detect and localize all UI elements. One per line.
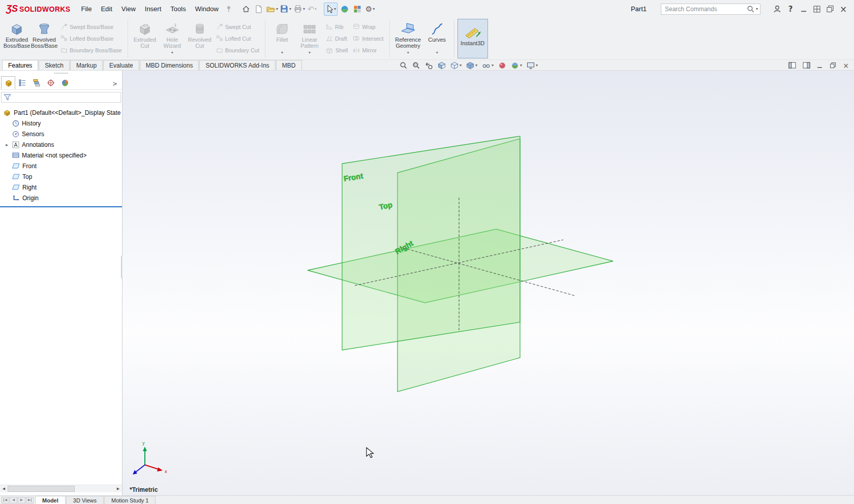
- view-orientation-button[interactable]: ▾: [450, 61, 462, 70]
- search-caret-icon[interactable]: ▾: [756, 7, 760, 11]
- view-settings-button[interactable]: ▾: [527, 61, 538, 70]
- model-tab[interactable]: Model: [35, 496, 66, 504]
- open-button[interactable]: ▾: [266, 3, 278, 16]
- last-tab-button[interactable]: ▶: [26, 497, 34, 503]
- tab-evaluate[interactable]: Evaluate: [103, 60, 139, 70]
- scroll-left-arrow-icon[interactable]: ◀: [0, 485, 8, 492]
- print-caret-icon[interactable]: ▾: [303, 7, 305, 11]
- rib-button[interactable]: Rib: [326, 23, 348, 31]
- linear-pattern-caret-icon[interactable]: ▾: [309, 50, 311, 54]
- hole-wizard-caret-icon[interactable]: ▾: [171, 50, 173, 54]
- open-caret-icon[interactable]: ▾: [276, 7, 278, 11]
- tree-item-annotations[interactable]: ▸ Annotations: [0, 139, 122, 150]
- displaymanager-tab[interactable]: [58, 76, 72, 89]
- menu-insert[interactable]: Insert: [140, 3, 166, 15]
- marketplace-button[interactable]: [352, 3, 363, 16]
- configurationmanager-tab[interactable]: [29, 76, 44, 89]
- tree-item-origin[interactable]: Origin: [0, 193, 122, 203]
- curves-button[interactable]: Curves ▾: [423, 19, 451, 58]
- document-close-icon[interactable]: ×: [843, 61, 849, 70]
- home-button[interactable]: [240, 3, 252, 16]
- fillet-button[interactable]: Fillet ▾: [268, 19, 296, 58]
- menu-file[interactable]: File: [76, 3, 96, 15]
- tree-root-part[interactable]: Part1 (Default<<Default>_Display State: [0, 107, 122, 118]
- swept-boss-base-button[interactable]: Swept Boss/Base: [60, 23, 122, 31]
- lofted-boss-base-button[interactable]: Lofted Boss/Base: [60, 35, 122, 43]
- wrap-button[interactable]: Wrap: [353, 23, 383, 31]
- help-button[interactable]: ?: [784, 3, 797, 16]
- select-tool-caret-icon[interactable]: ▾: [334, 7, 336, 11]
- print-button[interactable]: ▾: [293, 3, 305, 16]
- extruded-boss-base-button[interactable]: Extruded Boss/Base: [3, 19, 30, 58]
- hide-show-items-caret-icon[interactable]: ▾: [492, 64, 494, 68]
- hide-show-items-button[interactable]: ▾: [482, 61, 494, 70]
- expander-icon[interactable]: ▸: [4, 142, 10, 147]
- reference-geometry-button[interactable]: Reference Geometry ▾: [393, 19, 423, 58]
- menu-tools[interactable]: Tools: [166, 3, 190, 15]
- swept-cut-button[interactable]: Swept Cut: [216, 23, 259, 31]
- close-window-button[interactable]: ×: [837, 3, 850, 16]
- minimize-button[interactable]: [797, 3, 810, 16]
- mirror-button[interactable]: Mirror: [353, 46, 383, 54]
- zoom-to-area-button[interactable]: [412, 61, 420, 70]
- 3d-views-tab[interactable]: 3D Views: [66, 496, 104, 504]
- fillet-caret-icon[interactable]: ▾: [281, 50, 283, 54]
- undo-caret-icon[interactable]: ▾: [315, 7, 317, 11]
- document-minimize-icon[interactable]: [817, 62, 823, 69]
- shell-button[interactable]: Shell: [326, 46, 348, 54]
- tree-filter-box[interactable]: [1, 92, 121, 103]
- graphics-viewport[interactable]: Front Top Right y x *Trimetric: [123, 71, 854, 495]
- panel-grip[interactable]: [0, 71, 122, 75]
- reference-geometry-caret-icon[interactable]: ▾: [407, 50, 409, 54]
- boundary-boss-base-button[interactable]: Boundary Boss/Base: [60, 46, 122, 54]
- propertymanager-tab[interactable]: [15, 76, 29, 89]
- scrollbar-thumb[interactable]: [8, 486, 75, 492]
- search-icon[interactable]: [747, 5, 755, 13]
- panel-horizontal-scrollbar[interactable]: ◀ ▶: [0, 485, 122, 492]
- edit-appearance-button[interactable]: [498, 61, 506, 70]
- motion-study-1-tab[interactable]: Motion Study 1: [104, 496, 156, 504]
- intersect-button[interactable]: Intersect: [353, 35, 383, 43]
- 3dexperience-button[interactable]: [339, 3, 350, 16]
- panel-expand-chevron-icon[interactable]: >: [112, 80, 121, 89]
- options-button[interactable]: ⚙ ▾: [364, 3, 376, 16]
- menu-edit[interactable]: Edit: [96, 3, 116, 15]
- previous-tab-button[interactable]: ◀: [10, 497, 17, 503]
- tab-markup[interactable]: Markup: [70, 60, 103, 70]
- boundary-cut-button[interactable]: Boundary Cut: [216, 46, 259, 54]
- pane-left-icon[interactable]: [788, 62, 796, 69]
- dimxpertmanager-tab[interactable]: [44, 76, 58, 89]
- tree-item-right-plane[interactable]: Right: [0, 182, 122, 193]
- select-tool-button[interactable]: ▾: [324, 3, 338, 16]
- menu-window[interactable]: Window: [191, 3, 223, 15]
- extruded-cut-button[interactable]: Extruded Cut: [131, 19, 159, 58]
- options-caret-icon[interactable]: ▾: [373, 7, 375, 11]
- search-commands-box[interactable]: Search Commands ▾: [661, 4, 760, 15]
- scroll-right-arrow-icon[interactable]: ▶: [114, 485, 122, 492]
- next-tab-button[interactable]: ▶: [18, 497, 25, 503]
- curves-caret-icon[interactable]: ▾: [436, 50, 438, 54]
- apply-scene-caret-icon[interactable]: ▾: [520, 64, 522, 68]
- tile-windows-button[interactable]: [810, 3, 824, 16]
- section-view-button[interactable]: [438, 61, 446, 70]
- menu-view[interactable]: View: [117, 3, 140, 15]
- tab-mbd-dimensions[interactable]: MBD Dimensions: [140, 60, 199, 70]
- document-restore-icon[interactable]: [830, 62, 836, 69]
- search-input[interactable]: Search Commands: [661, 6, 746, 13]
- lofted-cut-button[interactable]: Lofted Cut: [216, 35, 259, 43]
- save-button[interactable]: ▾: [280, 3, 291, 16]
- tab-sketch[interactable]: Sketch: [39, 60, 70, 70]
- user-account-button[interactable]: [771, 3, 784, 16]
- view-orientation-caret-icon[interactable]: ▾: [460, 64, 462, 68]
- new-document-button[interactable]: [253, 3, 264, 16]
- tree-item-front-plane[interactable]: Front: [0, 161, 122, 171]
- previous-view-button[interactable]: [425, 61, 433, 70]
- undo-button[interactable]: ↶ ▾: [307, 3, 318, 16]
- hole-wizard-button[interactable]: Hole Wizard ▾: [159, 19, 186, 58]
- pane-right-icon[interactable]: [803, 62, 810, 69]
- tab-features[interactable]: Features: [2, 60, 38, 70]
- tab-mbd[interactable]: MBD: [276, 60, 302, 70]
- tree-item-top-plane[interactable]: Top: [0, 171, 122, 182]
- tab-solidworks-add-ins[interactable]: SOLIDWORKS Add-Ins: [199, 60, 275, 70]
- front-plane[interactable]: [342, 136, 520, 350]
